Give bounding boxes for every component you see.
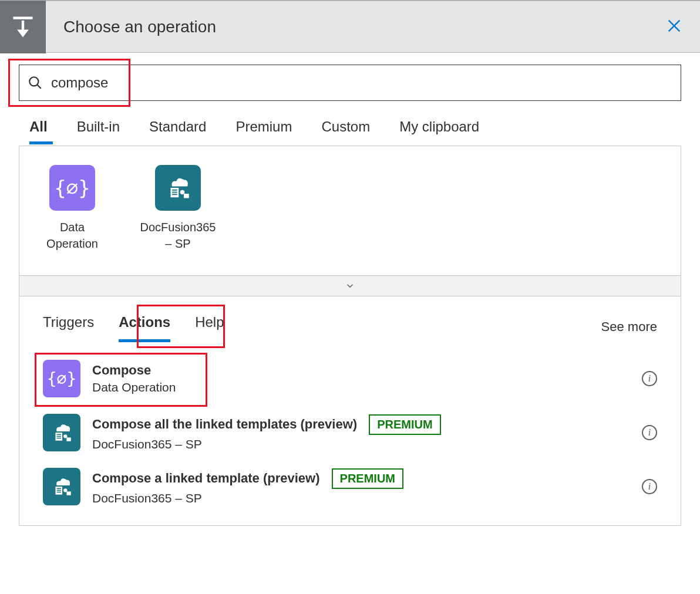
tab-all[interactable]: All: [29, 119, 48, 143]
search-container: [0, 53, 700, 108]
svg-line-6: [37, 85, 41, 89]
dialog-title: Choose an operation: [63, 18, 216, 36]
tab-premium[interactable]: Premium: [235, 119, 292, 143]
cloud-doc-icon: [49, 474, 74, 499]
cloud-doc-icon: [49, 420, 74, 445]
docfusion-icon: [155, 165, 201, 211]
connector-grid: {∅} Data Operation DocFusion365 – SP: [19, 146, 681, 275]
info-icon[interactable]: i: [642, 479, 657, 494]
dialog-header: Choose an operation: [0, 0, 700, 53]
close-icon: [666, 18, 682, 34]
operation-icon: [0, 1, 46, 53]
action-compose-all-linked[interactable]: Compose all the linked templates (previe…: [33, 406, 667, 460]
close-button[interactable]: [666, 18, 682, 36]
connector-label: Data Operation: [37, 219, 107, 252]
docfusion-icon: [43, 414, 80, 451]
action-title: Compose all the linked templates (previe…: [92, 417, 357, 432]
action-subtitle: Data Operation: [92, 380, 176, 394]
subtab-actions[interactable]: Actions: [119, 314, 170, 340]
tab-standard[interactable]: Standard: [149, 119, 206, 143]
docfusion-icon: [43, 468, 80, 505]
search-box[interactable]: [19, 65, 681, 101]
action-compose-linked[interactable]: Compose a linked template (preview) PREM…: [33, 460, 667, 514]
connector-panel: {∅} Data Operation DocFusion365 – SP: [19, 146, 681, 526]
code-braces-icon: {∅}: [54, 176, 90, 200]
premium-badge: PREMIUM: [369, 414, 440, 435]
category-tabs: All Built-in Standard Premium Custom My …: [0, 108, 700, 143]
chevron-down-icon: [345, 281, 355, 291]
svg-rect-12: [184, 194, 189, 198]
action-text: Compose all the linked templates (previe…: [92, 414, 441, 451]
tab-my-clipboard[interactable]: My clipboard: [399, 119, 479, 143]
insert-step-icon: [10, 14, 36, 40]
data-operation-icon: {∅}: [49, 165, 95, 211]
action-title: Compose a linked template (preview): [92, 471, 320, 486]
action-text: Compose a linked template (preview) PREM…: [92, 468, 403, 505]
code-braces-icon: {∅}: [47, 369, 77, 389]
svg-rect-18: [66, 437, 70, 441]
action-subtitle: DocFusion365 – SP: [92, 437, 441, 451]
action-text: Compose Data Operation: [92, 363, 176, 394]
subtab-triggers[interactable]: Triggers: [43, 314, 94, 340]
info-icon[interactable]: i: [642, 371, 657, 386]
action-subtitle: DocFusion365 – SP: [92, 491, 403, 505]
tab-built-in[interactable]: Built-in: [77, 119, 120, 143]
action-list: {∅} Compose Data Operation i: [19, 346, 681, 525]
connector-docfusion[interactable]: DocFusion365 – SP: [143, 165, 213, 252]
subtab-help[interactable]: Help: [195, 314, 224, 340]
connector-label: DocFusion365 – SP: [140, 219, 216, 252]
svg-rect-0: [14, 16, 33, 19]
svg-rect-24: [66, 491, 70, 495]
action-compose[interactable]: {∅} Compose Data Operation i: [33, 352, 667, 406]
cloud-doc-icon: [163, 173, 193, 203]
info-icon[interactable]: i: [642, 425, 657, 440]
svg-point-5: [29, 77, 38, 86]
data-operation-icon: {∅}: [43, 360, 80, 397]
see-more-link[interactable]: See more: [601, 319, 657, 335]
connector-data-operation[interactable]: {∅} Data Operation: [37, 165, 107, 252]
premium-badge: PREMIUM: [332, 468, 403, 489]
svg-marker-2: [17, 29, 29, 37]
search-input[interactable]: [51, 75, 672, 91]
tab-custom[interactable]: Custom: [321, 119, 370, 143]
search-icon: [28, 75, 43, 90]
expand-toggle[interactable]: [19, 275, 681, 296]
subtabs-row: Triggers Actions Help See more: [19, 296, 681, 346]
action-title: Compose: [92, 363, 151, 378]
